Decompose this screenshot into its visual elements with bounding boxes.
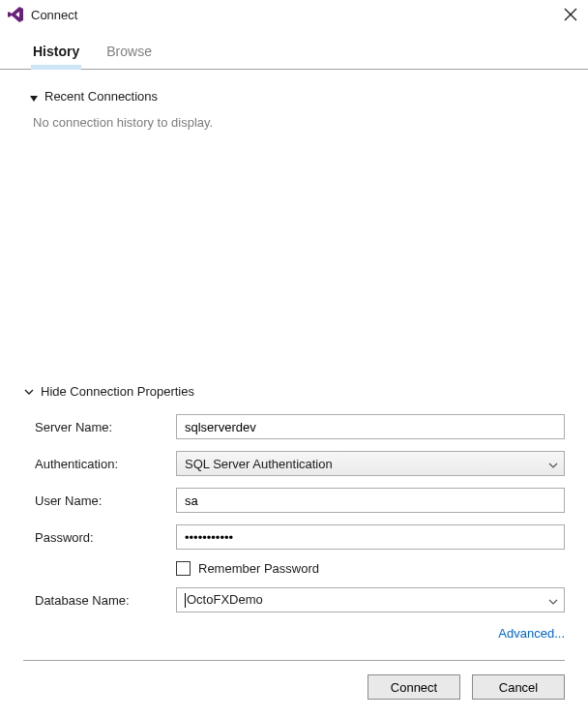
server-name-label: Server Name: bbox=[35, 420, 176, 434]
database-name-select[interactable]: OctoFXDemo bbox=[176, 587, 565, 612]
dialog-footer: Connect Cancel bbox=[0, 661, 588, 717]
advanced-link[interactable]: Advanced... bbox=[498, 626, 565, 641]
remember-password-checkbox[interactable] bbox=[176, 561, 191, 576]
password-label: Password: bbox=[35, 530, 176, 545]
tab-history[interactable]: History bbox=[33, 44, 79, 69]
visual-studio-icon bbox=[6, 5, 25, 24]
tab-browse[interactable]: Browse bbox=[106, 44, 152, 69]
recent-connections-header[interactable]: Recent Connections bbox=[0, 70, 588, 111]
tabs: History Browse bbox=[0, 29, 588, 70]
titlebar: Connect bbox=[0, 0, 588, 29]
cancel-button[interactable]: Cancel bbox=[472, 674, 565, 700]
remember-password-label: Remember Password bbox=[198, 561, 319, 576]
user-name-input[interactable] bbox=[176, 488, 565, 513]
authentication-select[interactable]: SQL Server Authentication bbox=[176, 451, 565, 476]
server-name-input[interactable] bbox=[176, 414, 565, 439]
hide-connection-properties-toggle[interactable]: Hide Connection Properties bbox=[0, 376, 588, 410]
authentication-value: SQL Server Authentication bbox=[185, 457, 548, 471]
close-icon[interactable] bbox=[563, 7, 578, 22]
recent-connections-label: Recent Connections bbox=[44, 89, 158, 104]
chevron-down-icon bbox=[548, 459, 558, 468]
no-history-message: No connection history to display. bbox=[0, 111, 588, 134]
collapse-arrow-icon bbox=[29, 92, 39, 102]
chevron-down-icon bbox=[23, 386, 35, 398]
password-input[interactable] bbox=[176, 524, 565, 550]
window-title: Connect bbox=[31, 8, 563, 22]
database-name-value: OctoFXDemo bbox=[185, 592, 548, 608]
hide-props-label: Hide Connection Properties bbox=[41, 384, 194, 399]
connection-properties-form: Server Name: Authentication: SQL Server … bbox=[0, 410, 588, 624]
chevron-down-icon bbox=[548, 595, 558, 605]
authentication-label: Authentication: bbox=[35, 457, 176, 471]
user-name-label: User Name: bbox=[35, 493, 176, 508]
database-name-label: Database Name: bbox=[35, 593, 176, 608]
connect-button[interactable]: Connect bbox=[368, 674, 460, 700]
